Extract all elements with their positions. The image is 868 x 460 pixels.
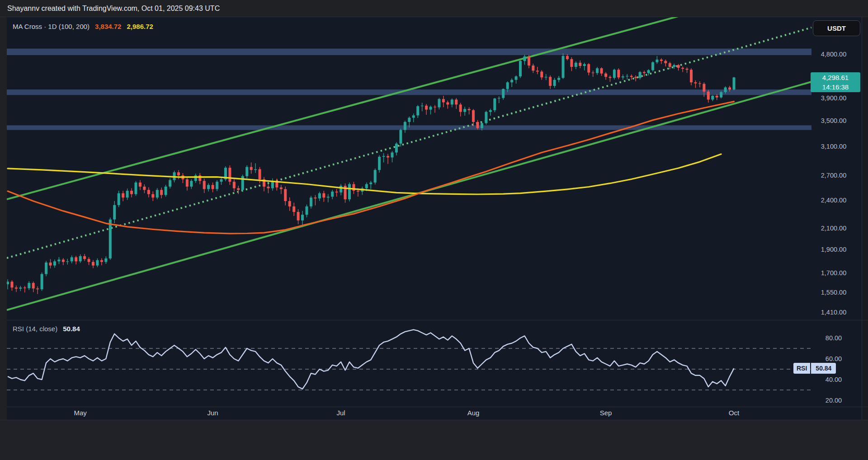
candle[interactable] [639,72,642,78]
candle[interactable] [412,115,415,117]
candle[interactable] [139,183,142,187]
candle[interactable] [438,99,440,107]
candle[interactable] [41,274,43,289]
candle[interactable] [579,63,581,66]
candle[interactable] [32,283,35,288]
candle[interactable] [472,110,475,122]
candle[interactable] [280,188,283,189]
candle[interactable] [143,187,146,190]
candle[interactable] [331,192,334,197]
candle[interactable] [348,184,351,200]
candle[interactable] [310,197,312,207]
candle[interactable] [434,107,436,107]
candle[interactable] [711,96,714,99]
candle[interactable] [10,282,13,287]
legend-title[interactable]: MA Cross · 1D (100, 200) [13,23,90,30]
candle[interactable] [203,181,206,189]
candle[interactable] [284,189,287,201]
candle[interactable] [233,182,236,188]
candle[interactable] [92,262,94,266]
candle[interactable] [327,197,330,197]
candle[interactable] [502,89,505,98]
candle[interactable] [15,287,18,288]
candle[interactable] [71,257,73,261]
candle[interactable] [369,183,372,184]
candle[interactable] [53,261,56,265]
rsi-line[interactable] [8,330,734,389]
candle[interactable] [613,70,616,78]
candle[interactable] [374,170,377,183]
candle[interactable] [489,110,492,112]
candle[interactable] [19,287,22,288]
candle[interactable] [404,122,406,130]
candle[interactable] [79,256,82,262]
candle[interactable] [510,80,513,83]
candle[interactable] [122,193,124,197]
candle[interactable] [36,288,39,289]
candle[interactable] [583,64,586,66]
candle[interactable] [395,144,398,153]
candle[interactable] [357,191,359,192]
candle[interactable] [250,167,253,170]
candle[interactable] [382,156,385,157]
candle[interactable] [100,260,103,262]
candle[interactable] [587,64,590,73]
candle[interactable] [130,191,133,194]
candle[interactable] [421,106,424,106]
candle[interactable] [109,220,112,258]
candle[interactable] [156,190,159,197]
candle[interactable] [118,193,120,205]
candle[interactable] [630,76,633,77]
candle[interactable] [442,99,445,102]
candle[interactable] [698,83,701,84]
candle[interactable] [28,283,30,288]
candle[interactable] [728,87,731,89]
candle[interactable] [425,106,428,110]
candle[interactable] [566,56,569,59]
candle[interactable] [481,123,483,128]
candle[interactable] [292,207,295,212]
candle[interactable] [703,84,705,92]
candle[interactable] [707,92,710,100]
candle[interactable] [408,118,410,122]
candle[interactable] [656,60,658,62]
candle[interactable] [104,258,107,262]
ma100-line[interactable] [8,102,734,234]
candle[interactable] [335,192,338,192]
candle[interactable] [686,69,689,70]
candle[interactable] [340,186,342,192]
candle[interactable] [669,63,671,67]
candle[interactable] [160,190,163,195]
candle[interactable] [352,184,355,191]
candle[interactable] [387,156,389,157]
candle[interactable] [673,65,675,67]
candle[interactable] [532,66,534,70]
candle[interactable] [694,82,697,83]
candle[interactable] [681,68,684,69]
candle[interactable] [690,70,693,82]
candle[interactable] [536,70,539,71]
channel-upper[interactable] [7,13,692,199]
candle[interactable] [365,184,368,188]
candle[interactable] [570,59,573,67]
candle[interactable] [190,181,193,187]
candle[interactable] [45,263,47,274]
candle[interactable] [446,102,449,104]
candle[interactable] [135,183,137,194]
candle[interactable] [476,122,479,128]
candle[interactable] [237,188,240,190]
candle[interactable] [724,87,727,92]
candle[interactable] [463,109,466,112]
candle[interactable] [378,157,381,170]
candle[interactable] [198,175,201,181]
candle[interactable] [267,187,269,188]
candle[interactable] [596,68,599,73]
candle[interactable] [318,193,321,198]
candle[interactable] [212,185,214,189]
candle[interactable] [391,152,394,157]
candle[interactable] [498,98,500,99]
candle[interactable] [24,287,26,288]
chart-canvas[interactable] [0,0,868,460]
candle[interactable] [455,99,458,104]
candle[interactable] [220,179,223,182]
